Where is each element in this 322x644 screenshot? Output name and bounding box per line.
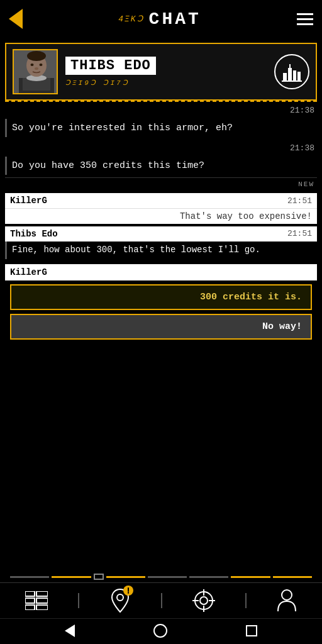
svg-rect-13 <box>297 72 301 82</box>
nav-person-button[interactable] <box>277 589 297 613</box>
choice-button-1[interactable]: 300 credits it is. <box>10 284 312 310</box>
npc-message-1: So you're interested in this armor, eh? <box>5 119 317 137</box>
new-divider: NEW <box>5 177 317 191</box>
svg-point-7 <box>31 64 34 66</box>
svg-rect-21 <box>36 605 48 610</box>
profile-info: THIBS EDO ↃΞI9Ↄ ↃI7Ↄ <box>65 57 267 87</box>
android-back-button[interactable] <box>65 625 75 637</box>
svg-point-9 <box>35 67 38 70</box>
thibs-header: Thibs Edo 21:51 <box>5 226 317 242</box>
svg-rect-14 <box>282 80 302 82</box>
svg-rect-18 <box>25 598 35 603</box>
svg-rect-16 <box>25 591 35 596</box>
profile-subtitle: ↃΞI9Ↄ ↃI7Ↄ <box>65 79 267 87</box>
svg-rect-12 <box>293 70 296 82</box>
thibs-text: Fine, how about 300, that's the lowest I… <box>5 242 317 259</box>
avatar <box>13 49 58 94</box>
svg-rect-10 <box>283 73 287 82</box>
profile-logo <box>274 54 309 89</box>
sci-seg-accent <box>52 576 91 578</box>
message-block-killerg: KillerG 21:51 That's way too expensive! <box>5 193 317 224</box>
svg-point-8 <box>40 64 43 66</box>
svg-point-6 <box>27 51 46 61</box>
nav-sep-3 <box>245 593 247 608</box>
menu-button[interactable] <box>297 13 313 25</box>
message-block-thibs: Thibs Edo 21:51 Fine, how about 300, tha… <box>5 226 317 259</box>
time-2: 21:51 <box>287 229 312 239</box>
svg-rect-17 <box>36 591 48 596</box>
svg-point-29 <box>282 590 292 600</box>
sci-seg-2 <box>148 576 187 578</box>
sci-box <box>94 574 104 580</box>
sci-seg-accent-2 <box>106 576 145 578</box>
svg-rect-19 <box>36 598 48 603</box>
svg-rect-15 <box>289 64 291 69</box>
nav-target-button[interactable] <box>192 589 215 612</box>
nav-sep-2 <box>161 593 162 608</box>
sci-seg-accent-3 <box>231 576 270 578</box>
svg-rect-11 <box>288 68 292 82</box>
android-recent-button[interactable] <box>246 625 257 636</box>
nav-grid-button[interactable] <box>25 591 48 610</box>
svg-point-24 <box>200 597 208 604</box>
chat-area: 21:38 So you're interested in this armor… <box>0 102 322 340</box>
sci-seg-3 <box>189 576 228 578</box>
top-center: 4ΞKↃ CHAT <box>118 9 201 29</box>
nav-icons-row <box>0 582 322 618</box>
svg-rect-20 <box>25 605 35 610</box>
profile-name: THIBS EDO <box>65 57 156 75</box>
bottom-nav <box>0 571 322 644</box>
choice-button-2[interactable]: No way! <box>10 314 312 340</box>
nav-map-button[interactable] <box>109 588 131 613</box>
sender-1: KillerG <box>10 196 47 206</box>
reply-sender-block: KillerG <box>5 264 317 280</box>
npc-message-2: Do you have 350 credits this time? <box>5 157 317 175</box>
nav-sep-1 <box>78 593 79 608</box>
message-text-1: That's way too expensive! <box>5 209 317 224</box>
message-header-1: KillerG 21:51 <box>5 193 317 209</box>
android-nav <box>0 618 322 644</box>
top-bar: 4ΞKↃ CHAT <box>0 0 322 38</box>
profile-card: THIBS EDO ↃΞI9Ↄ ↃI7Ↄ <box>5 43 317 101</box>
android-home-button[interactable] <box>153 624 167 638</box>
timestamp-2: 21:38 <box>5 140 317 154</box>
svg-point-22 <box>117 594 123 601</box>
sci-seg-accent-4 <box>273 576 312 578</box>
timestamp-1: 21:38 <box>5 102 317 116</box>
back-button[interactable] <box>9 9 23 29</box>
notification-badge <box>123 586 133 596</box>
sender-2: Thibs Edo <box>10 229 58 239</box>
sci-seg-1 <box>10 576 49 578</box>
profile-section: THIBS EDO ↃΞI9Ↄ ↃI7Ↄ <box>0 38 322 102</box>
page-title: CHAT <box>149 9 201 29</box>
alien-label: 4ΞKↃ <box>118 14 143 24</box>
time-1: 21:51 <box>287 196 312 206</box>
sci-line <box>0 571 322 582</box>
